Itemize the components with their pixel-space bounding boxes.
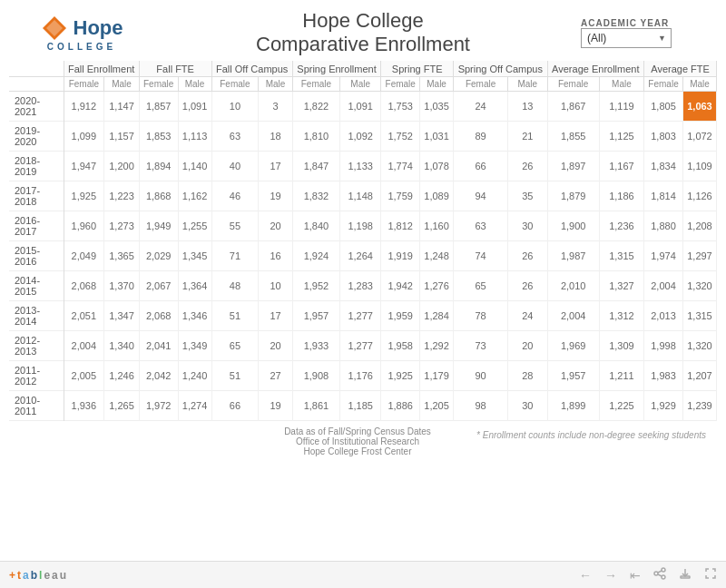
data-cell: 1,315 xyxy=(682,301,716,331)
spring-enroll-male-header: Male xyxy=(340,77,381,92)
data-cell: 1,113 xyxy=(178,122,211,152)
data-cell: 1,947 xyxy=(64,152,104,181)
logo-area: Hope COLLEGE xyxy=(18,15,145,52)
data-cell: 1,089 xyxy=(420,181,454,211)
data-cell: 71 xyxy=(211,241,259,271)
enrollment-table: Fall Enrollment Fall FTE Fall Off Campus… xyxy=(9,61,717,421)
data-cell: 1,063 xyxy=(682,92,716,122)
data-cell: 1,908 xyxy=(292,361,339,391)
data-cell: 1,958 xyxy=(381,331,420,361)
tableau-plus: + xyxy=(9,569,15,582)
data-cell: 1,364 xyxy=(178,271,211,301)
data-cell: 1,925 xyxy=(64,181,104,211)
data-cell: 10 xyxy=(259,271,293,301)
data-cell: 1,264 xyxy=(340,241,381,271)
download-button[interactable] xyxy=(679,567,692,583)
table-row: 2010-20111,9361,2651,9721,27466191,8611,… xyxy=(9,391,717,421)
fall-off-campus-header: Fall Off Campus xyxy=(211,61,292,77)
data-cell: 1,832 xyxy=(292,181,339,211)
data-cell: 1,957 xyxy=(292,301,339,331)
data-cell: 98 xyxy=(454,391,508,421)
page-title: Hope College Comparative Enrollment xyxy=(145,9,581,56)
avg-enroll-female-header: Female xyxy=(547,77,599,92)
data-cell: 1,179 xyxy=(420,361,454,391)
table-row: 2013-20142,0511,3472,0681,34651171,9571,… xyxy=(9,301,717,331)
data-cell: 2,068 xyxy=(64,271,104,301)
academic-year-dropdown[interactable]: (All) xyxy=(581,28,672,48)
svg-line-5 xyxy=(658,571,662,573)
data-cell: 30 xyxy=(508,211,547,241)
nav-back-button[interactable]: ← xyxy=(579,568,592,583)
data-cell: 1,091 xyxy=(340,92,381,122)
data-cell: 1,223 xyxy=(104,181,140,211)
data-cell: 1,812 xyxy=(381,211,420,241)
year-cell: 2014-2015 xyxy=(9,271,64,301)
data-cell: 1,327 xyxy=(599,271,643,301)
spring-enroll-female-header: Female xyxy=(292,77,339,92)
data-cell: 1,861 xyxy=(292,391,339,421)
data-cell: 78 xyxy=(454,301,508,331)
data-cell: 48 xyxy=(211,271,259,301)
data-cell: 1,236 xyxy=(599,211,643,241)
data-cell: 18 xyxy=(259,122,293,152)
table-row: 2017-20181,9251,2231,8681,16246191,8321,… xyxy=(9,181,717,211)
page-header: Hope COLLEGE Hope College Comparative En… xyxy=(0,0,726,61)
svg-point-4 xyxy=(662,575,665,579)
data-cell: 16 xyxy=(259,241,293,271)
fullscreen-button[interactable] xyxy=(704,567,717,583)
tableau-logo: + t a b l e a u xyxy=(9,569,66,582)
data-cell: 2,067 xyxy=(139,271,178,301)
data-cell: 1,867 xyxy=(547,92,599,122)
data-cell: 1,879 xyxy=(547,181,599,211)
avg-enrollment-header: Average Enrollment xyxy=(547,61,644,77)
academic-year-selector[interactable]: (All) xyxy=(581,28,672,48)
data-cell: 63 xyxy=(454,211,508,241)
data-cell: 1,936 xyxy=(64,391,104,421)
data-cell: 2,068 xyxy=(139,301,178,331)
share-icon xyxy=(653,567,666,580)
year-cell: 2016-2017 xyxy=(9,211,64,241)
data-cell: 1,240 xyxy=(178,361,211,391)
data-cell: 20 xyxy=(508,331,547,361)
avg-enroll-male-header: Male xyxy=(599,77,643,92)
enrollment-table-container: Fall Enrollment Fall FTE Fall Off Campus… xyxy=(0,61,726,421)
fall-fte-header: Fall FTE xyxy=(139,61,211,77)
data-cell: 1,822 xyxy=(292,92,339,122)
table-row: 2020-20211,9121,1471,8571,0911031,8221,0… xyxy=(9,92,717,122)
data-cell: 55 xyxy=(211,211,259,241)
spring-fte-female-header: Female xyxy=(381,77,420,92)
data-cell: 1,933 xyxy=(292,331,339,361)
data-cell: 1,274 xyxy=(178,391,211,421)
data-cell: 1,899 xyxy=(547,391,599,421)
table-row: 2019-20201,0991,1571,8531,11363181,8101,… xyxy=(9,122,717,152)
data-cell: 1,753 xyxy=(381,92,420,122)
nav-home-button[interactable]: ⇤ xyxy=(630,568,641,583)
share-button[interactable] xyxy=(653,567,666,583)
fall-off-male-header: Male xyxy=(259,77,293,92)
svg-line-6 xyxy=(658,574,662,576)
data-cell: 1,284 xyxy=(420,301,454,331)
fall-off-female-header: Female xyxy=(211,77,259,92)
spring-off-female-header: Female xyxy=(454,77,508,92)
year-cell: 2012-2013 xyxy=(9,331,64,361)
table-row: 2016-20171,9601,2731,9491,25555201,8401,… xyxy=(9,211,717,241)
spring-off-male-header: Male xyxy=(508,77,547,92)
fall-enroll-female-header: Female xyxy=(64,77,104,92)
data-cell: 1,759 xyxy=(381,181,420,211)
table-row: 2014-20152,0681,3702,0671,36448101,9521,… xyxy=(9,271,717,301)
tableau-toolbar: + t a b l e a u ← → ⇤ xyxy=(0,561,726,588)
data-cell: 26 xyxy=(508,271,547,301)
year-cell: 2019-2020 xyxy=(9,122,64,152)
data-cell: 1,125 xyxy=(599,122,643,152)
footer-note-row: Data as of Fall/Spring Census Dates Offi… xyxy=(0,426,726,456)
data-cell: 2,042 xyxy=(139,361,178,391)
data-cell: 1,969 xyxy=(547,331,599,361)
data-cell: 1,349 xyxy=(178,331,211,361)
data-cell: 1,277 xyxy=(340,331,381,361)
title-line1: Hope College xyxy=(145,9,581,33)
data-cell: 2,004 xyxy=(64,331,104,361)
spring-fte-male-header: Male xyxy=(420,77,454,92)
fullscreen-icon xyxy=(704,567,717,580)
data-cell: 35 xyxy=(508,181,547,211)
nav-forward-button[interactable]: → xyxy=(604,568,617,583)
